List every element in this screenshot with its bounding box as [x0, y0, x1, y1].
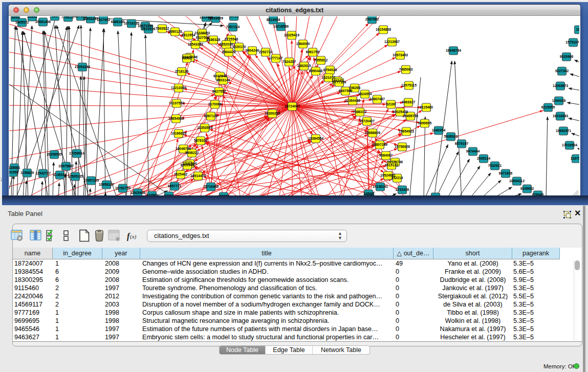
svg-text:163: 163 [52, 16, 58, 18]
svg-text:16033809: 16033809 [208, 16, 223, 20]
svg-text:19692971: 19692971 [556, 129, 571, 133]
svg-text:16648784: 16648784 [446, 49, 461, 52]
svg-text:19654923: 19654923 [399, 129, 414, 133]
svg-text:18724007: 18724007 [285, 104, 300, 108]
svg-text:23226053: 23226053 [194, 31, 210, 35]
svg-text:20206535: 20206535 [47, 152, 62, 156]
svg-text:8990448: 8990448 [309, 69, 323, 73]
svg-text:8912954: 8912954 [182, 33, 195, 37]
svg-text:16046796: 16046796 [176, 147, 191, 150]
svg-text:15751074: 15751074 [565, 40, 579, 44]
svg-text:8471626: 8471626 [499, 171, 513, 175]
svg-text:1615132: 1615132 [385, 163, 399, 167]
svg-text:7386372: 7386372 [353, 110, 367, 114]
svg-text:8909948: 8909948 [181, 163, 194, 167]
svg-text:10973493: 10973493 [393, 53, 408, 57]
svg-text:2803144: 2803144 [216, 78, 230, 82]
svg-text:9227342: 9227342 [555, 69, 569, 73]
svg-text:8215955: 8215955 [541, 105, 555, 109]
svg-text:7515526: 7515526 [142, 27, 156, 31]
svg-text:7632621: 7632621 [488, 164, 502, 167]
svg-text:2087682: 2087682 [365, 17, 379, 21]
svg-text:9777169: 9777169 [333, 80, 346, 84]
svg-text:1733426: 1733426 [396, 188, 409, 191]
svg-text:9115460: 9115460 [420, 105, 433, 109]
svg-text:10107553: 10107553 [169, 101, 184, 105]
svg-text:391593: 391593 [9, 170, 19, 174]
svg-text:7755137: 7755137 [61, 16, 75, 19]
svg-text:20391: 20391 [28, 16, 37, 18]
svg-text:1527602: 1527602 [97, 18, 111, 21]
svg-text:7663822: 7663822 [156, 27, 169, 30]
svg-text:2935114: 2935114 [477, 157, 490, 160]
svg-text:2775546: 2775546 [225, 37, 238, 41]
svg-text:10719155: 10719155 [124, 21, 139, 25]
svg-text:19756928: 19756928 [395, 145, 410, 148]
svg-text:252214: 252214 [391, 176, 403, 180]
svg-text:5878332: 5878332 [194, 139, 208, 142]
svg-text:16914479: 16914479 [190, 174, 206, 178]
svg-text:14136141: 14136141 [373, 185, 388, 188]
svg-text:21053346: 21053346 [75, 65, 90, 69]
svg-text:10654112: 10654112 [509, 179, 525, 183]
svg-text:20691406: 20691406 [35, 20, 51, 24]
svg-text:10975867: 10975867 [58, 164, 74, 168]
svg-text:12505135: 12505135 [68, 174, 83, 178]
svg-text:7424287: 7424287 [282, 60, 296, 63]
svg-text:8813054: 8813054 [267, 18, 280, 21]
svg-text:12975115: 12975115 [401, 83, 417, 87]
svg-text:16782759: 16782759 [115, 186, 130, 190]
svg-text:18300295: 18300295 [265, 112, 280, 115]
svg-text:17016504: 17016504 [562, 143, 577, 147]
svg-text:11325419: 11325419 [284, 33, 299, 37]
svg-text:19654983: 19654983 [168, 117, 184, 120]
svg-text:15716485: 15716485 [203, 185, 219, 188]
svg-text:9242848: 9242848 [213, 74, 227, 78]
svg-text:10958107: 10958107 [99, 183, 114, 186]
svg-text:19384554: 19384554 [308, 137, 323, 140]
svg-text:9245652: 9245652 [520, 187, 534, 190]
svg-text:9657771: 9657771 [168, 184, 182, 188]
svg-text:21364436: 21364436 [345, 99, 360, 102]
svg-text:8852030: 8852030 [220, 42, 233, 46]
svg-text:12213967: 12213967 [384, 40, 400, 43]
svg-text:9291: 9291 [11, 16, 19, 19]
svg-text:8904479: 8904479 [222, 50, 236, 54]
svg-text:1405572: 1405572 [15, 20, 29, 24]
svg-text:16543362: 16543362 [188, 42, 203, 46]
svg-text:1564090: 1564090 [296, 42, 310, 46]
svg-text:10025438: 10025438 [393, 110, 408, 114]
svg-text:9329966: 9329966 [560, 55, 574, 58]
svg-text:8186328: 8186328 [207, 38, 221, 41]
svg-text:3624554: 3624554 [358, 92, 372, 96]
svg-text:8267130: 8267130 [204, 114, 218, 118]
svg-text:9699695: 9699695 [418, 121, 432, 125]
svg-text:10807487: 10807487 [369, 97, 385, 101]
svg-text:95723: 95723 [229, 16, 239, 18]
svg-text:5938923: 5938923 [444, 135, 458, 138]
svg-text:17359914: 17359914 [69, 151, 84, 155]
svg-text:11353594: 11353594 [197, 126, 212, 129]
svg-text:9084067: 9084067 [379, 154, 393, 157]
svg-text:8427552: 8427552 [212, 90, 226, 93]
svg-text:2718126: 2718126 [175, 70, 189, 73]
svg-text:1362615: 1362615 [297, 64, 311, 68]
svg-text:12942737: 12942737 [35, 171, 51, 175]
svg-text:111: 111 [576, 28, 579, 31]
svg-text:19166829: 19166829 [171, 132, 186, 135]
svg-text:3220170: 3220170 [232, 45, 246, 49]
svg-text:1156829: 1156829 [20, 171, 34, 174]
svg-text:9474444: 9474444 [466, 149, 480, 153]
svg-text:6466160: 6466160 [111, 20, 125, 24]
svg-text:1777147: 1777147 [269, 56, 283, 60]
svg-text:1640954: 1640954 [432, 128, 446, 132]
svg-text:6497568: 6497568 [339, 89, 353, 93]
svg-text:9404240: 9404240 [246, 49, 259, 52]
svg-text:6879197: 6879197 [455, 142, 469, 145]
svg-text:62160: 62160 [386, 102, 396, 106]
svg-text:7625402: 7625402 [174, 172, 188, 176]
svg-text:7955812: 7955812 [314, 58, 328, 62]
svg-text:12923446: 12923446 [130, 191, 145, 194]
svg-text:17957225: 17957225 [83, 179, 99, 182]
svg-text:2170066: 2170066 [208, 102, 222, 106]
